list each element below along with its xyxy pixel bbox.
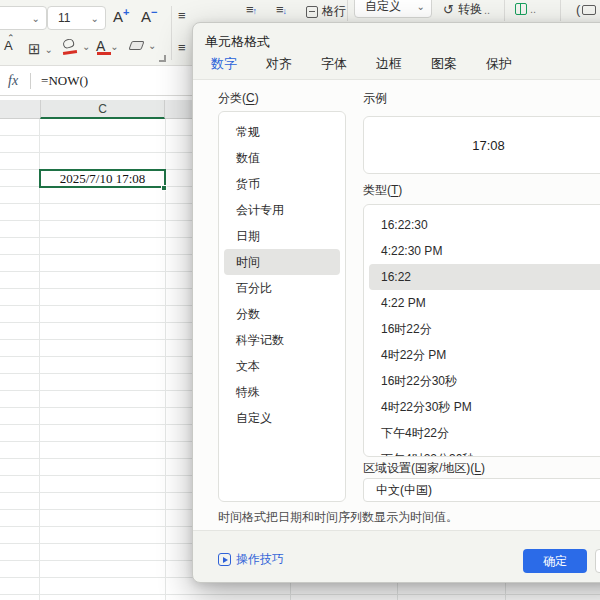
type-item[interactable]: 16:22: [369, 264, 600, 290]
type-item[interactable]: 4:22 PM: [369, 290, 600, 316]
align-top-button[interactable]: ≡↑: [246, 2, 256, 17]
chevron-down-icon: ⌄: [148, 40, 156, 51]
example-value: 17:08: [472, 138, 505, 153]
dialog-content-card: 分类(C) 常规数值货币会计专用日期时间百分比分数科学记数文本特殊自定义 示例 …: [193, 79, 600, 531]
toolbar-resize-handle: [159, 55, 166, 62]
type-item[interactable]: 下午4时22分: [369, 420, 600, 446]
table-icon: [515, 3, 527, 15]
fill-color-icon: [62, 39, 78, 53]
decrease-font-button[interactable]: A−: [141, 8, 157, 25]
type-item[interactable]: 16:22:30: [369, 212, 600, 238]
increase-font-button[interactable]: A+: [113, 8, 129, 25]
format-cells-dialog: 单元格格式 数字对齐字体边框图案保护 分类(C) 常规数值货币会计专用日期时间百…: [192, 22, 600, 583]
align-button-partial[interactable]: ≡: [178, 40, 185, 55]
cancel-button-partial[interactable]: [595, 549, 600, 573]
example-box: 17:08: [363, 116, 600, 174]
align-icon: ≡: [178, 8, 185, 23]
fill-handle[interactable]: [161, 185, 167, 191]
category-label: 分类(C): [218, 90, 259, 107]
category-item[interactable]: 货币: [224, 171, 340, 197]
align-bottom-button[interactable]: ≡↓: [276, 2, 286, 17]
ok-button[interactable]: 确定: [523, 549, 587, 573]
chevron-down-icon: ⌄: [91, 13, 99, 24]
region-value: 中文(中国): [376, 482, 432, 499]
type-item[interactable]: 16时22分: [369, 316, 600, 342]
wrap-text-icon: [306, 6, 318, 18]
toolbar-separator: [560, 0, 561, 21]
category-item[interactable]: 时间: [224, 249, 340, 275]
fx-icon: fx: [8, 73, 18, 89]
clear-format-button[interactable]: ⌄: [130, 40, 162, 51]
formula-bar-divider: [30, 73, 31, 89]
category-item[interactable]: 数值: [224, 145, 340, 171]
chevron-down-icon: ⌄: [82, 41, 90, 52]
category-item[interactable]: 自定义: [224, 405, 340, 431]
category-item[interactable]: 会计专用: [224, 197, 340, 223]
table-tools-button[interactable]: ..: [515, 3, 536, 15]
region-dropdown[interactable]: 中文(中国): [363, 478, 600, 502]
chevron-down-icon: ⌄: [110, 41, 118, 52]
app-window: ⌄ 11 ⌄ A+ A− ⌃ A ⊞ ⌄: [0, 0, 600, 600]
type-item[interactable]: 4时22分30秒 PM: [369, 394, 600, 420]
category-item[interactable]: 百分比: [224, 275, 340, 301]
selected-cell[interactable]: 2025/7/10 17:08: [39, 169, 166, 188]
wrap-text-label: 格行: [322, 3, 346, 20]
toolbar-separator: [347, 0, 348, 21]
category-item[interactable]: 文本: [224, 353, 340, 379]
freeze-panes-button[interactable]: (: [576, 2, 596, 17]
chevron-down-icon: ⌄: [32, 13, 40, 24]
type-item[interactable]: 4时22分 PM: [369, 342, 600, 368]
toolbar-separator: [504, 0, 505, 21]
category-item[interactable]: 分数: [224, 301, 340, 327]
borders-button[interactable]: ⊞ ⌄: [28, 40, 59, 58]
type-label: 类型(T): [363, 182, 402, 199]
category-item[interactable]: 日期: [224, 223, 340, 249]
tips-link[interactable]: 操作技巧: [218, 551, 284, 568]
toolbar-separator: [171, 6, 172, 60]
formula-text: =NOW(): [41, 73, 88, 89]
convert-button[interactable]: ↺ 转换 ..: [443, 1, 490, 18]
freeze-panes-icon: (: [576, 2, 580, 17]
number-format-value: 自定义: [365, 0, 401, 15]
align-button-partial[interactable]: ≡: [178, 8, 185, 23]
convert-label: 转换: [458, 1, 482, 18]
phonetic-icon: ⌃ A: [4, 38, 13, 53]
type-item[interactable]: 下午4时22分30秒: [369, 446, 600, 457]
align-icon: ≡: [178, 40, 185, 55]
font-size-value: 11: [58, 11, 70, 25]
category-item[interactable]: 常规: [224, 119, 340, 145]
column-header-c[interactable]: C: [40, 100, 165, 119]
type-item[interactable]: 4:22:30 PM: [369, 238, 600, 264]
fill-color-button[interactable]: ⌄: [62, 39, 96, 53]
dialog-description: 时间格式把日期和时间序列数显示为时间值。: [218, 509, 458, 526]
chevron-down-icon: ⌄: [45, 44, 53, 55]
category-item[interactable]: 科学记数: [224, 327, 340, 353]
font-color-button[interactable]: A ⌄: [96, 38, 125, 54]
phonetic-guide-button[interactable]: ⌃ A: [4, 38, 13, 53]
borders-icon: ⊞: [28, 40, 41, 58]
font-name-dropdown[interactable]: ⌄: [0, 6, 47, 30]
convert-icon: ↺: [443, 2, 454, 17]
eraser-icon: [128, 41, 144, 50]
number-format-dropdown[interactable]: 自定义 ⌄: [354, 0, 432, 18]
align-top-icon: ≡↑: [246, 2, 256, 17]
font-size-dropdown[interactable]: 11 ⌄: [47, 6, 106, 30]
category-listbox: 常规数值货币会计专用日期时间百分比分数科学记数文本特殊自定义: [218, 111, 346, 502]
category-item[interactable]: 特殊: [224, 379, 340, 405]
play-icon: [218, 553, 231, 566]
region-label: 区域设置(国家/地区)(L): [363, 460, 485, 477]
align-bottom-icon: ≡↓: [276, 2, 286, 17]
chevron-down-icon: ⌄: [417, 1, 425, 12]
font-color-icon: A: [96, 38, 105, 54]
type-listbox: 16:22:304:22:30 PM16:224:22 PM16时22分4时22…: [363, 204, 600, 457]
type-item[interactable]: 16时22分30秒: [369, 368, 600, 394]
dialog-title: 单元格格式: [205, 33, 270, 51]
wrap-text-button[interactable]: 格行: [306, 3, 346, 20]
example-label: 示例: [363, 90, 387, 107]
tips-label: 操作技巧: [236, 551, 284, 568]
